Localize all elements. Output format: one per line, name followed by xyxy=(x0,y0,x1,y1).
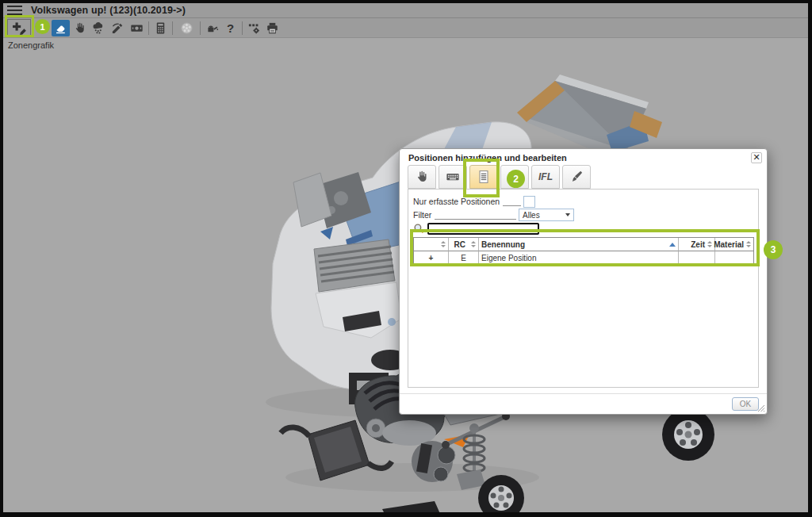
sort-icon xyxy=(471,241,476,247)
tab-ifl[interactable]: IFL xyxy=(531,165,560,189)
keyboard-icon xyxy=(446,170,460,184)
column-header-material[interactable]: Material xyxy=(715,238,753,251)
title-bar: Volkswagen up! (123)(10.2019->) xyxy=(3,3,808,18)
canvas-label: Zonengrafik xyxy=(8,40,54,50)
tab-rotate[interactable] xyxy=(500,165,529,189)
column-header-benennung[interactable]: Benennung xyxy=(479,238,679,251)
lubricants-button[interactable] xyxy=(203,20,221,36)
calculator-button[interactable] xyxy=(151,20,170,36)
dots-gear-icon xyxy=(247,21,261,35)
tab-select-hand[interactable] xyxy=(408,165,436,189)
table-cell-zeit xyxy=(679,251,715,265)
table-cell-material xyxy=(715,251,753,265)
banknote-icon xyxy=(130,21,144,35)
filter-select[interactable]: Alles xyxy=(519,209,574,221)
sort-icon xyxy=(707,241,712,247)
hail-cloud-icon xyxy=(92,21,105,35)
hand-icon xyxy=(73,21,86,35)
hail-damage-button[interactable] xyxy=(90,20,108,36)
positions-dialog: Positionen hinzufügen und bearbeiten ✕ xyxy=(399,148,768,415)
add-row-button[interactable]: + xyxy=(414,251,449,265)
tab-brush[interactable] xyxy=(562,165,591,189)
toolbar: ? xyxy=(3,18,808,38)
tab-position-list[interactable] xyxy=(469,165,498,189)
zone-eraser-button[interactable] xyxy=(52,20,70,36)
positions-table: RC Benennung Zeit Material + E Eigene Po… xyxy=(413,237,754,266)
menu-button[interactable] xyxy=(3,3,25,17)
calculator-icon xyxy=(154,21,167,35)
help-button[interactable]: ? xyxy=(221,20,239,36)
search-icon xyxy=(413,223,425,235)
close-button[interactable]: ✕ xyxy=(751,152,762,163)
sort-icon xyxy=(746,241,751,247)
ok-button[interactable]: OK xyxy=(732,397,759,411)
wheels-button-disabled[interactable] xyxy=(175,20,197,36)
brush-icon xyxy=(569,170,584,184)
table-cell-benennung[interactable]: Eigene Position xyxy=(479,251,679,265)
filter-label: Filter xyxy=(413,210,431,220)
print-button[interactable] xyxy=(263,20,282,36)
only-recorded-checkbox[interactable] xyxy=(523,196,535,208)
chevron-down-icon xyxy=(565,213,570,216)
more-settings-button[interactable] xyxy=(245,20,263,36)
search-input[interactable] xyxy=(427,223,539,235)
ifl-label: IFL xyxy=(538,171,553,182)
dialog-titlebar[interactable]: Positionen hinzufügen und bearbeiten ✕ xyxy=(400,149,767,165)
question-icon: ? xyxy=(227,21,234,35)
printer-icon xyxy=(266,21,279,35)
dialog-title: Positionen hinzufügen und bearbeiten xyxy=(408,153,567,163)
valuation-button[interactable] xyxy=(128,20,146,36)
eraser-icon xyxy=(54,21,67,35)
close-icon: ✕ xyxy=(753,152,760,162)
column-header-zeit[interactable]: Zeit xyxy=(679,238,715,251)
tab-keyboard[interactable] xyxy=(439,165,467,189)
dialog-tabs: IFL xyxy=(408,165,591,189)
filter-select-value: Alles xyxy=(523,211,540,220)
plus-pencil-icon xyxy=(12,21,27,36)
plus-icon: + xyxy=(429,254,434,262)
roof-panel xyxy=(517,75,662,157)
footer-divider xyxy=(400,393,767,394)
toolbar-separator xyxy=(148,21,149,35)
add-positions-button[interactable] xyxy=(7,19,31,37)
only-recorded-label: Nur erfasste Positionen xyxy=(413,197,500,206)
sort-ascending-icon xyxy=(669,243,676,247)
sort-icon xyxy=(441,241,446,247)
hand-icon xyxy=(415,170,429,184)
dialog-panel: Nur erfasste Positionen Filter Alles xyxy=(408,189,759,388)
list-icon xyxy=(477,170,491,184)
select-hand-button[interactable] xyxy=(71,20,89,36)
column-header-rc[interactable]: RC xyxy=(449,238,479,251)
window-title: Volkswagen up! (123)(10.2019->) xyxy=(31,5,186,16)
smart-repair-button[interactable] xyxy=(109,20,127,36)
column-header-action[interactable] xyxy=(414,238,449,251)
rotate-icon xyxy=(508,170,522,184)
resize-handle[interactable] xyxy=(757,404,765,412)
oil-can-icon xyxy=(205,21,219,35)
hamburger-icon xyxy=(7,6,22,8)
wheel-icon xyxy=(180,21,193,35)
table-cell-rc: E xyxy=(449,251,479,265)
spray-pen-icon xyxy=(111,21,124,35)
